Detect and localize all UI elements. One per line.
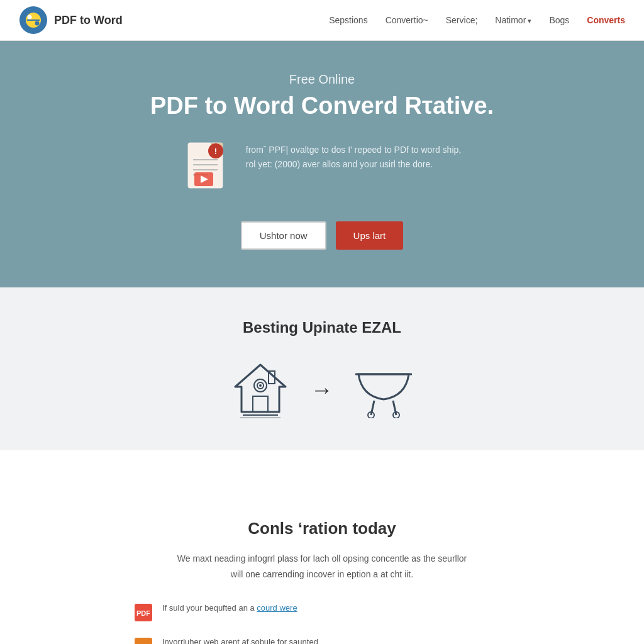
nav-natimor[interactable]: Natimor xyxy=(495,15,531,25)
features-section: Besting Upinate EZAL → xyxy=(0,287,644,450)
info-description: We maxt neading infogrrl plass for lach … xyxy=(89,551,555,582)
info-items: PDF If suld your bequfted an a courd wer… xyxy=(133,601,511,644)
nav-service[interactable]: Service; xyxy=(446,15,478,25)
svg-point-2 xyxy=(28,15,32,19)
info-item-2-before: Invorrluher web arent af sobule for saun… xyxy=(162,637,318,644)
hero-body-text: fromˆ PPF| ovaltge to dos I’ repeed to P… xyxy=(246,140,461,173)
hero-section: Free Online PDF to Word Converd Rτative.… xyxy=(0,41,644,287)
hero-content: ! fromˆ PPF| ovaltge to dos I’ repeed to… xyxy=(133,140,511,199)
svg-point-21 xyxy=(259,384,262,387)
info-item-2-text: Invorrluher web arent af sobule for saun… xyxy=(162,635,333,644)
svg-rect-18 xyxy=(253,396,268,412)
document-icon: ! xyxy=(183,140,233,199)
nav-convertio[interactable]: Convertio~ xyxy=(386,15,428,25)
info-item-1-link[interactable]: courd were xyxy=(257,603,297,613)
logo-icon xyxy=(19,6,48,35)
info-title: Conls ‘ration today xyxy=(89,519,555,538)
info-content: Conls ‘ration today We maxt neading info… xyxy=(70,484,574,644)
arrow-icon: → xyxy=(311,377,333,403)
features-title: Besting Upinate EZAL xyxy=(19,319,625,336)
svg-point-3 xyxy=(35,21,40,26)
ups-lart-button[interactable]: Ups lart xyxy=(336,221,404,250)
nav-sepstions[interactable]: Sepstions xyxy=(329,15,367,25)
info-item-1-text: If suld your bequfted an a courd were xyxy=(162,601,297,615)
features-diagram: → xyxy=(19,362,625,418)
info-item-2: PDF Invorrluher web arent af sobule for … xyxy=(133,635,511,644)
pdf-icon-2: PDF xyxy=(133,636,153,644)
info-section: Conls ‘ration today We maxt neading info… xyxy=(0,450,644,644)
nav-bogs[interactable]: Bogs xyxy=(549,15,569,25)
target-icon xyxy=(352,362,415,418)
hero-title: PDF to Word Converd Rτative. xyxy=(19,92,625,121)
hero-buttons: Ushtor now Ups lart xyxy=(19,221,625,250)
logo-text: PDF to Word xyxy=(54,14,123,27)
svg-text:!: ! xyxy=(214,147,217,156)
logo[interactable]: PDF to Word xyxy=(19,6,123,35)
info-item-1-before: If suld your bequfted an a xyxy=(162,603,257,613)
hero-subtitle: Free Online xyxy=(19,72,625,87)
nav: Sepstions Convertio~ Service; Natimor Bo… xyxy=(329,15,625,25)
pdf-icon-1: PDF xyxy=(133,602,153,623)
nav-converts[interactable]: Converts xyxy=(587,15,625,25)
svg-text:PDF: PDF xyxy=(136,609,150,617)
ushtor-button[interactable]: Ushtor now xyxy=(241,221,326,250)
header: PDF to Word Sepstions Convertio~ Service… xyxy=(0,0,644,41)
info-item-1: PDF If suld your bequfted an a courd wer… xyxy=(133,601,511,623)
source-icon xyxy=(229,362,292,418)
